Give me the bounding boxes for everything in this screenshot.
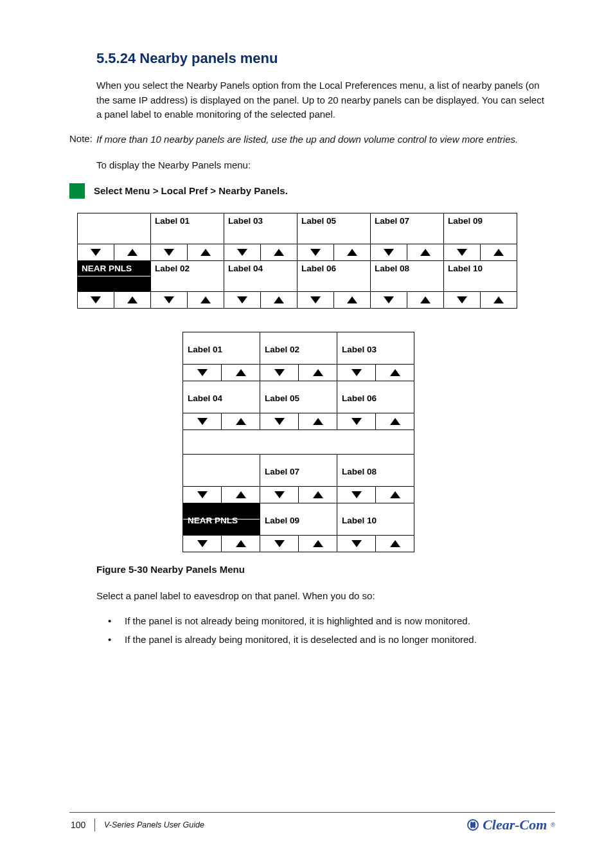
down-icon <box>260 365 299 381</box>
up-icon <box>188 244 224 260</box>
cell-label: Label 03 <box>224 213 298 244</box>
page-number: 100 <box>69 818 95 831</box>
down-icon <box>337 536 376 552</box>
note-text: If more than 10 nearby panels are listed… <box>96 132 555 147</box>
down-icon <box>183 365 222 381</box>
up-icon <box>299 487 337 503</box>
cell-empty <box>78 213 151 244</box>
panel-grid-wide: Label 01 Label 03 Label 05 Label 07 Labe… <box>77 213 517 309</box>
up-icon <box>261 292 297 308</box>
down-icon <box>260 487 299 503</box>
cell-label: Label 07 <box>260 454 337 486</box>
up-icon <box>376 413 414 429</box>
up-icon <box>376 487 414 503</box>
cell-label: Label 04 <box>183 381 260 413</box>
up-icon <box>407 292 443 308</box>
down-icon <box>224 244 261 260</box>
up-icon <box>261 244 297 260</box>
logo-mark-icon <box>467 819 479 831</box>
panel-grid-narrow: Label 01 Label 02 Label 03 Label 04 Labe… <box>182 332 414 552</box>
bullet-text: If the panel is not already being monito… <box>125 613 555 628</box>
up-icon <box>222 365 260 381</box>
up-icon <box>222 487 260 503</box>
cell-label: Label 01 <box>183 332 260 364</box>
down-icon <box>337 365 376 381</box>
cell-label: Label 06 <box>298 260 371 291</box>
bullet-dot-icon: • <box>108 632 125 647</box>
step-lead: To display the Nearby Panels menu: <box>96 158 555 173</box>
down-icon <box>337 487 376 503</box>
up-icon <box>188 292 224 308</box>
figure-caption: Figure 5-30 Nearby Panels Menu <box>96 564 555 575</box>
cell-label: Label 09 <box>444 213 517 244</box>
up-icon <box>114 244 150 260</box>
cell-label: Label 08 <box>371 260 444 291</box>
bullet-text: If the panel is already being monitored,… <box>125 632 555 647</box>
up-icon <box>376 365 414 381</box>
up-icon <box>376 536 414 552</box>
down-icon <box>444 244 481 260</box>
cell-label: Label 02 <box>151 260 224 291</box>
down-icon <box>260 413 299 429</box>
logo-text: Clear-Com <box>483 817 547 833</box>
cell-label: Label 05 <box>260 381 337 413</box>
down-icon <box>78 244 114 260</box>
up-icon <box>334 292 370 308</box>
brand-logo: Clear-Com® <box>467 817 555 833</box>
cell-label: Label 06 <box>337 381 414 413</box>
up-icon <box>299 413 337 429</box>
cell-label: Label 01 <box>151 213 224 244</box>
cell-label: Label 02 <box>260 332 337 364</box>
down-icon <box>371 244 407 260</box>
cell-label: Label 05 <box>298 213 371 244</box>
down-icon <box>444 292 481 308</box>
down-icon <box>151 292 188 308</box>
down-icon <box>298 292 334 308</box>
cell-label: Label 04 <box>224 260 298 291</box>
down-icon <box>183 536 222 552</box>
cell-nearpnls: NEAR PNLS <box>183 503 260 535</box>
cell-label: Label 07 <box>371 213 444 244</box>
down-icon <box>183 487 222 503</box>
down-icon <box>183 413 222 429</box>
up-icon <box>222 536 260 552</box>
end-paragraph: Select a panel label to eavesdrop on tha… <box>96 589 555 604</box>
up-icon <box>334 244 370 260</box>
bullet-item: • If the panel is already being monitore… <box>108 632 555 647</box>
cell-label: Label 09 <box>260 503 337 535</box>
gap-cell <box>183 429 414 454</box>
note-label: Note: <box>69 132 96 144</box>
cell-label: Label 08 <box>337 454 414 486</box>
down-icon <box>260 536 299 552</box>
cell-label: Label 10 <box>444 260 517 291</box>
bullet-dot-icon: • <box>108 613 125 628</box>
footer-title: V-Series Panels User Guide <box>95 820 204 829</box>
cell-label: Label 10 <box>337 503 414 535</box>
down-icon <box>298 244 334 260</box>
menu-path: Select Menu > Local Pref > Nearby Panels… <box>94 185 288 196</box>
page-footer: 100 V-Series Panels User Guide Clear-Com… <box>69 812 555 834</box>
up-icon <box>481 292 517 308</box>
up-icon <box>299 536 337 552</box>
up-icon <box>407 244 443 260</box>
down-icon <box>224 292 261 308</box>
down-icon <box>337 413 376 429</box>
up-icon <box>222 413 260 429</box>
bullet-item: • If the panel is not already being moni… <box>108 613 555 628</box>
cell-nearpnls: NEAR PNLS <box>78 260 151 291</box>
down-icon <box>151 244 188 260</box>
up-icon <box>114 292 150 308</box>
cell-empty <box>183 454 260 486</box>
bullet-square-icon <box>69 183 85 199</box>
up-icon <box>481 244 517 260</box>
note-block: Note: If more than 10 nearby panels are … <box>69 132 555 147</box>
section-heading: 5.5.24 Nearby panels menu <box>96 50 555 67</box>
intro-paragraph: When you select the Nearby Panels option… <box>96 78 555 122</box>
down-icon <box>78 292 114 308</box>
up-icon <box>299 365 337 381</box>
down-icon <box>371 292 407 308</box>
cell-label: Label 03 <box>337 332 414 364</box>
